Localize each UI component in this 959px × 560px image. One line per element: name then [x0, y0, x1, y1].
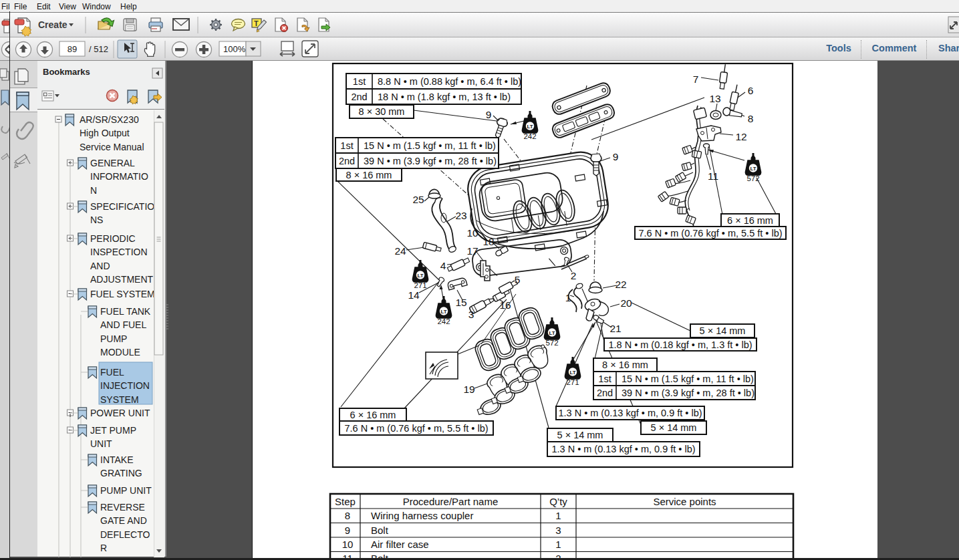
- svg-text:2: 2: [571, 270, 577, 281]
- svg-text:LT: LT: [440, 309, 446, 315]
- svg-text:LT: LT: [417, 273, 423, 279]
- svg-text:1.3 N • m (0.13 kgf • m, 0.9 f: 1.3 N • m (0.13 kgf • m, 0.9 ft • lb): [551, 444, 695, 454]
- svg-text:9: 9: [345, 525, 350, 536]
- svg-text:8.8 N • m (0.88 kgf • m, 6.4 f: 8.8 N • m (0.88 kgf • m, 6.4 ft • lb): [378, 76, 521, 87]
- svg-text:LT: LT: [549, 330, 555, 336]
- svg-text:23: 23: [455, 210, 466, 221]
- svg-text:5 × 14 mm: 5 × 14 mm: [651, 422, 697, 433]
- svg-text:15 N • m (1.5 kgf • m, 11 ft •: 15 N • m (1.5 kgf • m, 11 ft • lb): [622, 374, 754, 384]
- svg-text:4: 4: [440, 260, 446, 271]
- svg-text:Create: Create: [38, 19, 67, 30]
- svg-text:25: 25: [412, 194, 424, 205]
- svg-text:16: 16: [499, 299, 511, 311]
- svg-text:5 × 14 mm: 5 × 14 mm: [557, 430, 603, 440]
- svg-text:Service points: Service points: [653, 496, 716, 507]
- svg-text:2nd: 2nd: [339, 156, 355, 166]
- svg-text:11: 11: [708, 170, 718, 182]
- svg-text:T: T: [254, 19, 259, 27]
- svg-text:271: 271: [414, 281, 426, 289]
- svg-text:10: 10: [342, 539, 354, 550]
- svg-text:1.3 N • m (0.13 kgf • m, 0.9 f: 1.3 N • m (0.13 kgf • m, 0.9 ft • lb): [558, 408, 702, 418]
- svg-text:3: 3: [468, 309, 474, 320]
- svg-text:LT: LT: [569, 370, 575, 376]
- svg-text:1st: 1st: [598, 374, 611, 384]
- svg-text:12: 12: [735, 131, 746, 142]
- svg-text:7.6 N • m (0.76 kgf • m, 5.5 f: 7.6 N • m (0.76 kgf • m, 5.5 ft • lb): [344, 423, 488, 434]
- svg-text:9: 9: [613, 151, 619, 162]
- svg-text:15: 15: [455, 297, 466, 308]
- svg-text:5 × 14 mm: 5 × 14 mm: [700, 325, 746, 336]
- svg-text:1: 1: [555, 510, 561, 521]
- svg-text:Bolt: Bolt: [371, 525, 389, 536]
- svg-text:LT: LT: [750, 166, 756, 172]
- svg-text:8 × 16 mm: 8 × 16 mm: [602, 360, 648, 370]
- svg-text:Air filter case: Air filter case: [371, 539, 429, 550]
- svg-text:Step: Step: [335, 496, 356, 507]
- svg-text:14: 14: [408, 289, 420, 301]
- svg-text:5: 5: [515, 274, 521, 285]
- svg-text:10: 10: [466, 227, 478, 239]
- svg-text:8: 8: [345, 510, 350, 521]
- svg-text:8: 8: [748, 113, 754, 124]
- svg-text:1.8 N • m (0.18 kgf • m, 1.3 f: 1.8 N • m (0.18 kgf • m, 1.3 ft • lb): [608, 339, 752, 350]
- svg-text:22: 22: [615, 279, 626, 290]
- svg-text:24: 24: [394, 245, 406, 257]
- svg-text:1: 1: [565, 292, 571, 303]
- svg-text:Q’ty: Q’ty: [549, 496, 567, 507]
- svg-text:8 × 30 mm: 8 × 30 mm: [359, 106, 405, 117]
- svg-text:8 × 16 mm: 8 × 16 mm: [346, 170, 392, 180]
- svg-text:89: 89: [67, 44, 77, 54]
- svg-text:9: 9: [486, 109, 492, 120]
- svg-text:1st: 1st: [353, 76, 366, 87]
- svg-text:17: 17: [466, 245, 478, 257]
- svg-text:242: 242: [437, 317, 450, 325]
- svg-text:271: 271: [566, 378, 579, 386]
- svg-text:100%: 100%: [223, 44, 246, 54]
- svg-text:3: 3: [555, 525, 561, 536]
- svg-text:2nd: 2nd: [597, 388, 613, 398]
- svg-text:7: 7: [693, 74, 699, 85]
- svg-text:7.6 N • m (0.76 kgf • m, 5.5 f: 7.6 N • m (0.76 kgf • m, 5.5 ft • lb): [638, 228, 782, 239]
- svg-text:1st: 1st: [340, 140, 353, 151]
- svg-text:/ 512: / 512: [89, 44, 108, 54]
- svg-text:242: 242: [523, 132, 536, 140]
- svg-text:572: 572: [746, 174, 759, 182]
- svg-text:39 N • m (3.9 kgf • m, 28 ft •: 39 N • m (3.9 kgf • m, 28 ft • lb): [622, 388, 755, 398]
- svg-text:21: 21: [609, 323, 621, 334]
- svg-text:Wiring harness coupler: Wiring harness coupler: [371, 510, 473, 521]
- svg-text:20: 20: [620, 297, 632, 309]
- svg-text:LT: LT: [527, 124, 533, 130]
- svg-text:15 N • m (1.5 kgf • m, 11 ft •: 15 N • m (1.5 kgf • m, 11 ft • lb): [364, 140, 496, 151]
- svg-text:2nd: 2nd: [351, 92, 367, 102]
- svg-text:39 N • m (3.9 kgf • m, 28 ft •: 39 N • m (3.9 kgf • m, 28 ft • lb): [364, 156, 497, 166]
- svg-text:6: 6: [748, 85, 754, 96]
- svg-text:18: 18: [483, 236, 494, 247]
- svg-text:19: 19: [463, 384, 474, 395]
- svg-text:6 × 16 mm: 6 × 16 mm: [727, 215, 773, 226]
- svg-text:1: 1: [555, 539, 561, 550]
- svg-text:6 × 16 mm: 6 × 16 mm: [350, 410, 396, 420]
- svg-text:18 N • m (1.8 kgf • m, 13 ft •: 18 N • m (1.8 kgf • m, 13 ft • lb): [378, 92, 511, 102]
- svg-text:Procedure/Part name: Procedure/Part name: [403, 496, 499, 507]
- svg-text:572: 572: [545, 339, 558, 347]
- svg-text:13: 13: [709, 93, 720, 104]
